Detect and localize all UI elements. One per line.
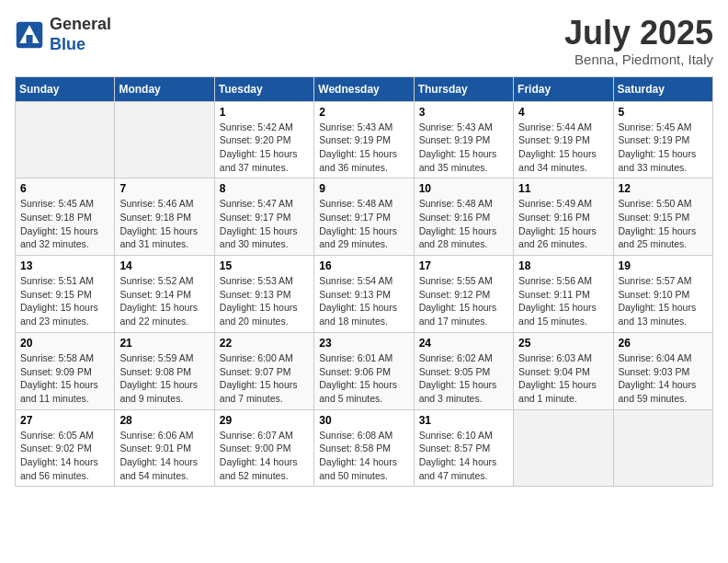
calendar-cell: 7 Sunrise: 5:46 AMSunset: 9:18 PMDayligh… <box>115 178 214 256</box>
day-detail: Sunrise: 5:48 AMSunset: 9:16 PMDaylight:… <box>419 198 497 249</box>
day-detail: Sunrise: 5:49 AMSunset: 9:16 PMDaylight:… <box>518 198 597 249</box>
calendar-body: 1 Sunrise: 5:42 AMSunset: 9:20 PMDayligh… <box>16 101 713 487</box>
calendar-cell <box>613 409 712 487</box>
day-number: 20 <box>20 337 109 350</box>
day-number: 19 <box>619 259 708 272</box>
calendar-cell: 25 Sunrise: 6:03 AMSunset: 9:04 PMDaylig… <box>514 332 613 409</box>
month-title: July 2025 <box>564 15 713 52</box>
day-number: 5 <box>619 106 708 119</box>
day-detail: Sunrise: 5:57 AMSunset: 9:10 PMDaylight:… <box>619 275 697 327</box>
calendar-week-row: 13 Sunrise: 5:51 AMSunset: 9:15 PMDaylig… <box>16 256 713 333</box>
calendar-cell: 31 Sunrise: 6:10 AMSunset: 8:57 PMDaylig… <box>414 409 513 487</box>
day-detail: Sunrise: 5:54 AMSunset: 9:13 PMDaylight:… <box>319 275 397 327</box>
calendar-cell: 8 Sunrise: 5:47 AMSunset: 9:17 PMDayligh… <box>214 178 313 256</box>
day-detail: Sunrise: 5:47 AMSunset: 9:17 PMDaylight:… <box>220 198 298 249</box>
day-number: 25 <box>518 337 608 350</box>
day-detail: Sunrise: 5:44 AMSunset: 9:19 PMDaylight:… <box>518 121 597 173</box>
calendar-cell: 13 Sunrise: 5:51 AMSunset: 9:15 PMDaylig… <box>16 256 115 333</box>
calendar-cell <box>514 409 613 487</box>
day-detail: Sunrise: 5:52 AMSunset: 9:14 PMDaylight:… <box>119 275 198 327</box>
day-number: 23 <box>319 337 408 350</box>
day-number: 13 <box>20 259 109 272</box>
calendar-cell: 21 Sunrise: 5:59 AMSunset: 9:08 PMDaylig… <box>115 332 214 409</box>
calendar-cell: 17 Sunrise: 5:55 AMSunset: 9:12 PMDaylig… <box>414 256 513 333</box>
calendar-cell: 22 Sunrise: 6:00 AMSunset: 9:07 PMDaylig… <box>214 332 313 409</box>
calendar-cell: 27 Sunrise: 6:05 AMSunset: 9:02 PMDaylig… <box>16 409 115 487</box>
weekday-header: Saturday <box>613 76 712 101</box>
day-number: 9 <box>319 182 408 195</box>
title-block: July 2025 Benna, Piedmont, Italy <box>564 15 713 67</box>
calendar-cell: 10 Sunrise: 5:48 AMSunset: 9:16 PMDaylig… <box>414 178 513 256</box>
day-number: 2 <box>319 106 408 119</box>
day-number: 3 <box>419 106 508 119</box>
day-detail: Sunrise: 6:10 AMSunset: 8:57 PMDaylight:… <box>419 430 497 481</box>
day-number: 8 <box>220 182 309 195</box>
day-detail: Sunrise: 5:58 AMSunset: 9:09 PMDaylight:… <box>20 352 98 404</box>
logo-general: General <box>50 15 111 33</box>
day-number: 7 <box>119 182 209 195</box>
day-detail: Sunrise: 5:43 AMSunset: 9:19 PMDaylight:… <box>419 121 497 173</box>
calendar-cell: 26 Sunrise: 6:04 AMSunset: 9:03 PMDaylig… <box>613 332 712 409</box>
weekday-header: Tuesday <box>214 76 313 101</box>
day-detail: Sunrise: 6:04 AMSunset: 9:03 PMDaylight:… <box>619 352 697 404</box>
calendar-header-row: SundayMondayTuesdayWednesdayThursdayFrid… <box>16 76 713 101</box>
day-detail: Sunrise: 5:42 AMSunset: 9:20 PMDaylight:… <box>220 121 298 173</box>
day-detail: Sunrise: 6:03 AMSunset: 9:04 PMDaylight:… <box>518 352 597 404</box>
day-number: 29 <box>220 414 309 427</box>
day-detail: Sunrise: 6:02 AMSunset: 9:05 PMDaylight:… <box>419 352 497 404</box>
day-number: 1 <box>220 106 309 119</box>
day-number: 22 <box>220 337 309 350</box>
weekday-header: Sunday <box>16 76 115 101</box>
logo-blue: Blue <box>50 35 85 53</box>
day-number: 17 <box>419 259 508 272</box>
day-detail: Sunrise: 6:01 AMSunset: 9:06 PMDaylight:… <box>319 352 397 404</box>
day-number: 16 <box>319 259 408 272</box>
day-detail: Sunrise: 5:46 AMSunset: 9:18 PMDaylight:… <box>119 198 198 249</box>
day-detail: Sunrise: 5:53 AMSunset: 9:13 PMDaylight:… <box>220 275 298 327</box>
weekday-header: Monday <box>115 76 214 101</box>
calendar-cell: 14 Sunrise: 5:52 AMSunset: 9:14 PMDaylig… <box>115 256 214 333</box>
day-detail: Sunrise: 6:07 AMSunset: 9:00 PMDaylight:… <box>220 430 298 481</box>
calendar-week-row: 6 Sunrise: 5:45 AMSunset: 9:18 PMDayligh… <box>16 178 713 256</box>
calendar-cell: 18 Sunrise: 5:56 AMSunset: 9:11 PMDaylig… <box>514 256 613 333</box>
calendar-cell: 23 Sunrise: 6:01 AMSunset: 9:06 PMDaylig… <box>314 332 414 409</box>
day-detail: Sunrise: 5:51 AMSunset: 9:15 PMDaylight:… <box>20 275 98 327</box>
calendar-week-row: 20 Sunrise: 5:58 AMSunset: 9:09 PMDaylig… <box>16 332 713 409</box>
day-number: 21 <box>119 337 209 350</box>
day-detail: Sunrise: 5:50 AMSunset: 9:15 PMDaylight:… <box>619 198 697 249</box>
calendar-cell: 12 Sunrise: 5:50 AMSunset: 9:15 PMDaylig… <box>613 178 712 256</box>
calendar-cell: 15 Sunrise: 5:53 AMSunset: 9:13 PMDaylig… <box>214 256 313 333</box>
calendar-week-row: 1 Sunrise: 5:42 AMSunset: 9:20 PMDayligh… <box>16 101 713 178</box>
day-detail: Sunrise: 5:59 AMSunset: 9:08 PMDaylight:… <box>119 352 198 404</box>
day-detail: Sunrise: 5:55 AMSunset: 9:12 PMDaylight:… <box>419 275 497 327</box>
weekday-header: Thursday <box>414 76 513 101</box>
day-number: 18 <box>518 259 608 272</box>
day-number: 30 <box>319 414 408 427</box>
day-number: 14 <box>119 259 209 272</box>
day-detail: Sunrise: 6:08 AMSunset: 8:58 PMDaylight:… <box>319 430 397 481</box>
calendar-cell: 20 Sunrise: 5:58 AMSunset: 9:09 PMDaylig… <box>16 332 115 409</box>
day-number: 11 <box>518 182 608 195</box>
calendar-cell: 1 Sunrise: 5:42 AMSunset: 9:20 PMDayligh… <box>214 101 313 178</box>
day-number: 4 <box>518 106 608 119</box>
logo-icon <box>15 20 44 50</box>
svg-rect-2 <box>26 35 32 43</box>
logo: General Blue <box>15 15 111 54</box>
page-header: General Blue July 2025 Benna, Piedmont, … <box>15 15 713 67</box>
day-detail: Sunrise: 6:05 AMSunset: 9:02 PMDaylight:… <box>20 430 98 481</box>
calendar-cell <box>16 101 115 178</box>
calendar-cell: 4 Sunrise: 5:44 AMSunset: 9:19 PMDayligh… <box>514 101 613 178</box>
day-number: 15 <box>220 259 309 272</box>
calendar-cell: 11 Sunrise: 5:49 AMSunset: 9:16 PMDaylig… <box>514 178 613 256</box>
location-title: Benna, Piedmont, Italy <box>564 52 713 67</box>
day-number: 28 <box>119 414 209 427</box>
day-detail: Sunrise: 5:45 AMSunset: 9:19 PMDaylight:… <box>619 121 697 173</box>
calendar-cell: 6 Sunrise: 5:45 AMSunset: 9:18 PMDayligh… <box>16 178 115 256</box>
day-number: 10 <box>419 182 508 195</box>
calendar-table: SundayMondayTuesdayWednesdayThursdayFrid… <box>15 76 713 488</box>
day-number: 31 <box>419 414 508 427</box>
day-detail: Sunrise: 6:06 AMSunset: 9:01 PMDaylight:… <box>119 430 198 481</box>
day-detail: Sunrise: 5:43 AMSunset: 9:19 PMDaylight:… <box>319 121 397 173</box>
day-number: 27 <box>20 414 109 427</box>
weekday-header: Wednesday <box>314 76 414 101</box>
